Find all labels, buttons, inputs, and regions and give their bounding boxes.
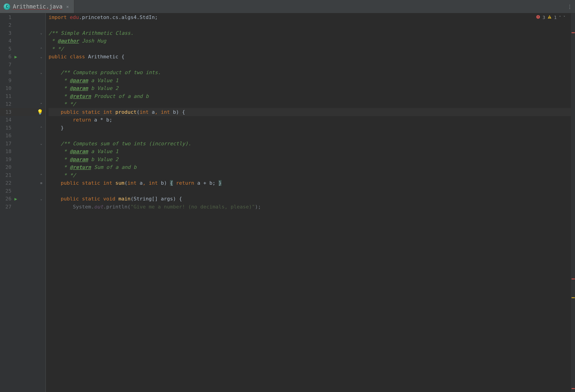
next-highlight-icon[interactable]: ˅: [563, 15, 565, 20]
fold-toggle-icon[interactable]: ⌄: [39, 142, 43, 145]
code-line[interactable]: /** Simple Arithmetic Class.: [48, 29, 571, 37]
code-line-current[interactable]: public static int product(int a, int b) …: [48, 108, 571, 116]
file-tab[interactable]: C Arithmetic.java ×: [0, 0, 74, 13]
fold-toggle-icon[interactable]: ⌄: [39, 197, 43, 201]
gutter-row[interactable]: 8⌄: [0, 69, 45, 77]
code-line[interactable]: * @return Sum of a and b: [48, 163, 571, 171]
line-number: 15: [0, 125, 12, 131]
fold-expand-icon[interactable]: ⊞: [39, 181, 43, 185]
close-tab-icon[interactable]: ×: [65, 4, 69, 9]
fold-region[interactable]: ⌄: [19, 197, 43, 201]
indent: [48, 180, 61, 186]
code-line[interactable]: System.out.println("Give me a number! (n…: [48, 203, 571, 211]
inspection-summary[interactable]: 3 1 ˄ ˅: [536, 15, 565, 20]
code-line[interactable]: * @param b Value 2: [48, 85, 571, 92]
gutter-row[interactable]: 5⌃: [0, 45, 45, 53]
gutter-row[interactable]: 3⌄: [0, 29, 45, 37]
fold-region[interactable]: ⌃: [19, 102, 43, 106]
code-line[interactable]: * @param b Value 2: [48, 155, 571, 163]
code-line[interactable]: import edu.princeton.cs.algs4.StdIn;: [48, 13, 571, 21]
gutter-row[interactable]: 20: [0, 163, 45, 171]
fold-region[interactable]: ⊞: [19, 181, 43, 185]
code-line[interactable]: return a * b;: [48, 116, 571, 124]
run-gutter-icon[interactable]: ▶: [12, 196, 19, 202]
tab-filename: Arithmetic.java: [13, 3, 63, 10]
fold-region[interactable]: ⌃: [19, 47, 43, 51]
code-line[interactable]: * */: [48, 45, 571, 53]
gutter-row[interactable]: 12⌃: [0, 100, 45, 108]
fold-toggle-icon[interactable]: ⌃: [39, 126, 43, 130]
gutter-row[interactable]: 4: [0, 37, 45, 45]
keyword: int: [149, 180, 161, 186]
gutter-row[interactable]: 19: [0, 155, 45, 163]
fold-toggle-icon[interactable]: ⌄: [39, 55, 43, 59]
code-line[interactable]: * */: [48, 171, 571, 179]
method-call: println: [106, 204, 128, 210]
gutter-row[interactable]: 16: [0, 132, 45, 140]
code-line[interactable]: public static void main(String[] args) {: [48, 195, 571, 203]
intention-bulb-icon[interactable]: 💡: [37, 109, 43, 115]
fold-toggle-icon[interactable]: ⌄: [39, 31, 43, 35]
gutter-row[interactable]: 27: [0, 203, 45, 211]
brace: {: [121, 54, 124, 60]
fold-region[interactable]: ⌄: [19, 71, 43, 74]
code-line[interactable]: [48, 61, 571, 69]
stripe-error-mark[interactable]: [572, 388, 575, 389]
code-line[interactable]: /** Computes product of two ints.: [48, 69, 571, 77]
gutter-row[interactable]: 17⌄: [0, 140, 45, 148]
code-line[interactable]: [48, 21, 571, 29]
fold-toggle-icon[interactable]: ⌃: [39, 47, 43, 51]
line-number: 25: [0, 188, 12, 194]
stripe-error-mark[interactable]: [572, 32, 575, 33]
fold-region[interactable]: ⌃: [19, 126, 43, 130]
gutter-row[interactable]: 21⌃: [0, 171, 45, 179]
classname: Arithmetic: [88, 54, 121, 60]
fold-region[interactable]: ⌃: [19, 173, 43, 177]
gutter-row[interactable]: 15⌃: [0, 124, 45, 132]
code-lines[interactable]: import edu.princeton.cs.algs4.StdIn; /**…: [46, 13, 571, 211]
code-line[interactable]: * */: [48, 100, 571, 108]
code-line[interactable]: [48, 187, 571, 195]
gutter-row[interactable]: 7: [0, 61, 45, 69]
code-line[interactable]: /** Computes sum of two ints (incorrectl…: [48, 140, 571, 148]
gutter-row[interactable]: 25: [0, 187, 45, 195]
fold-region[interactable]: ⌄: [19, 142, 43, 145]
fold-toggle-icon[interactable]: ⌄: [39, 71, 43, 74]
code-line[interactable]: * @return Product of a and b: [48, 92, 571, 100]
space: [173, 180, 176, 186]
code-line[interactable]: public static int sum(int a, int b) { re…: [48, 179, 571, 187]
code-line[interactable]: [48, 132, 571, 140]
stripe-warning-mark[interactable]: [572, 297, 575, 298]
gutter-row[interactable]: 6▶⌄: [0, 53, 45, 61]
code-line[interactable]: public class Arithmetic {: [48, 53, 571, 61]
tab-menu-icon[interactable]: ⋮: [567, 4, 573, 9]
error-stripe[interactable]: [571, 13, 575, 392]
gutter-row[interactable]: 13⌄💡: [0, 108, 45, 116]
code-line[interactable]: }: [48, 124, 571, 132]
fold-toggle-icon[interactable]: ⌃: [39, 102, 43, 106]
code-line[interactable]: * @param a Value 1: [48, 76, 571, 85]
gutter-row[interactable]: 18: [0, 148, 45, 156]
fold-region[interactable]: ⌄: [19, 55, 43, 59]
gutter-row[interactable]: 2: [0, 21, 45, 29]
gutter-row[interactable]: 9: [0, 76, 45, 85]
prev-highlight-icon[interactable]: ˄: [559, 15, 561, 20]
gutter-row[interactable]: 11: [0, 92, 45, 100]
line-number: 11: [0, 93, 12, 99]
gutter-row[interactable]: 14: [0, 116, 45, 124]
fold-toggle-icon[interactable]: ⌃: [39, 173, 43, 177]
fold-region[interactable]: ⌄: [19, 31, 43, 35]
code-line[interactable]: * @author Josh Hug: [48, 37, 571, 45]
keyword: int: [103, 180, 115, 186]
gutter-row[interactable]: 22⊞: [0, 179, 45, 187]
javadoc-tag: @return: [70, 164, 91, 170]
brace: {: [179, 196, 182, 202]
stripe-error-mark[interactable]: [572, 279, 575, 279]
gutter-row[interactable]: 1: [0, 13, 45, 21]
gutter-row[interactable]: 26▶⌄: [0, 195, 45, 203]
run-gutter-icon[interactable]: ▶: [12, 54, 19, 60]
code-line[interactable]: * @param a Value 1: [48, 148, 571, 156]
code-area[interactable]: 3 1 ˄ ˅ import edu.princeton.cs.algs4.St…: [46, 13, 571, 392]
gutter-row[interactable]: 10: [0, 85, 45, 92]
svg-rect-2: [538, 18, 538, 18]
